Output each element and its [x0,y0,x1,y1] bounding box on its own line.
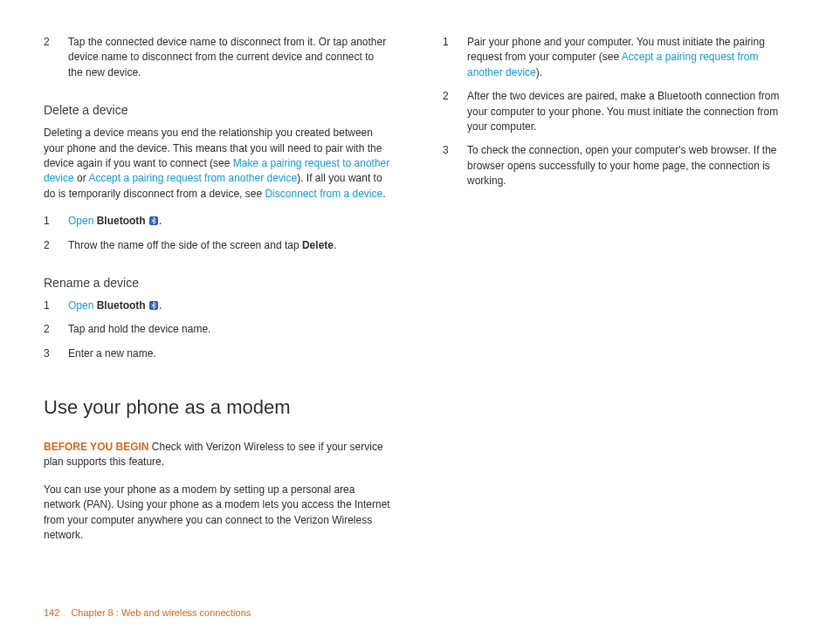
delete-label: Delete [302,239,334,251]
page-footer: 142 Chapter 8 : Web and wireless connect… [44,607,251,618]
heading-use-phone-as-modem: Use your phone as a modem [44,396,390,419]
paragraph: BEFORE YOU BEGIN Check with Verizon Wire… [44,440,390,470]
link-accept-pairing-request[interactable]: Accept a pairing request from another de… [88,172,297,184]
list-item: 2 Tap and hold the device name. [44,322,390,337]
list-item: 1 Open Bluetooth . [44,214,390,229]
step-number: 3 [443,143,467,188]
step-number: 2 [44,322,68,337]
bluetooth-label: Bluetooth [93,299,148,312]
list-item: 2 Throw the name off the side of the scr… [44,238,390,253]
step-number: 2 [44,238,68,253]
step-number: 1 [44,298,68,313]
paragraph: Deleting a device means you end the rela… [44,126,390,202]
heading-rename-device: Rename a device [44,276,390,290]
step-number: 2 [44,35,68,80]
list-item: 2 After the two devices are paired, make… [443,89,789,134]
step-text: To check the connection, open your compu… [467,143,789,188]
step-text: Enter a new name. [68,346,390,361]
list-item: 3 To check the connection, open your com… [443,143,789,188]
step-number: 1 [443,35,467,80]
list-item: 1 Pair your phone and your computer. You… [443,35,789,80]
list-item: 3 Enter a new name. [44,346,390,361]
paragraph: You can use your phone as a modem by set… [44,483,390,544]
link-disconnect-device[interactable]: Disconnect from a device [265,188,382,200]
step-text: After the two devices are paired, make a… [467,89,789,134]
bluetooth-icon [148,216,159,226]
bluetooth-label: Bluetooth [93,215,148,227]
right-column: 1 Pair your phone and your computer. You… [443,35,789,555]
before-you-begin-label: BEFORE YOU BEGIN [44,441,148,453]
step-number: 2 [443,89,467,134]
step-text: Open Bluetooth . [68,214,390,229]
left-column: 2 Tap the connected device name to disco… [44,35,390,555]
heading-delete-device: Delete a device [44,103,390,117]
step-text: Pair your phone and your computer. You m… [467,35,789,80]
breadcrumb: Chapter 8 : Web and wireless connections [71,607,251,618]
step-text: Tap and hold the device name. [68,322,390,337]
step-number: 1 [44,214,68,229]
list-item: 1 Open Bluetooth . [44,298,390,313]
link-open[interactable]: Open [68,215,93,227]
page-number: 142 [44,607,59,618]
step-text: Tap the connected device name to disconn… [68,35,390,80]
page-content: 2 Tap the connected device name to disco… [0,0,833,555]
step-number: 3 [44,346,68,361]
bluetooth-icon [148,300,159,311]
link-open[interactable]: Open [68,299,93,312]
step-text: Open Bluetooth . [68,298,390,313]
step-text: Throw the name off the side of the scree… [68,238,390,253]
list-item: 2 Tap the connected device name to disco… [44,35,390,80]
